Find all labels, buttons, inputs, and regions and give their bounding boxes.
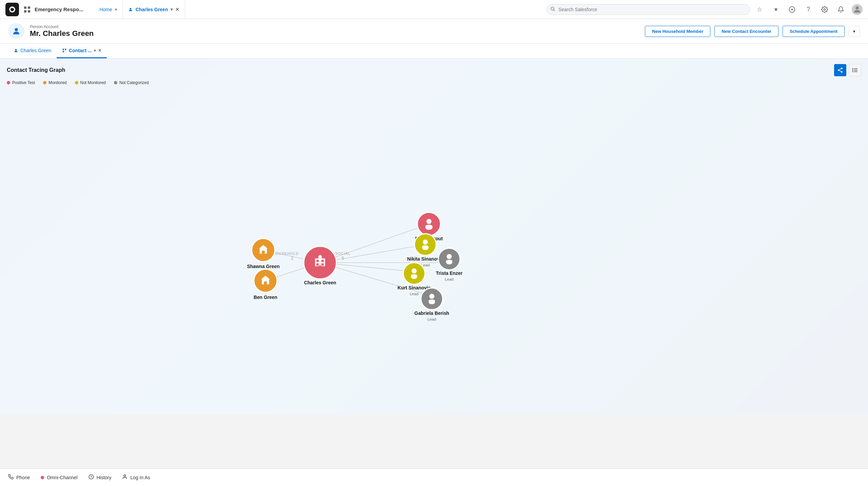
notifications-icon[interactable] [835, 4, 846, 15]
svg-point-38 [318, 255, 322, 259]
graph-header: Contact Tracing Graph [0, 59, 868, 79]
svg-rect-2 [11, 7, 14, 8]
nav-right-icons: ☆ ▾ ? [754, 4, 863, 15]
node-gabriela-berish[interactable]: Gabriela Berish Lead [414, 288, 449, 321]
svg-point-30 [853, 72, 853, 72]
svg-rect-37 [319, 266, 322, 268]
node-ben-green[interactable]: Ben Green [254, 269, 277, 300]
gabriela-label: Gabriela Berish [414, 310, 449, 316]
svg-line-23 [839, 70, 841, 72]
charles-label: Charles Green [304, 280, 336, 285]
node-trista-enzer[interactable]: Trista Enzer Lead [436, 248, 463, 281]
svg-point-22 [841, 71, 843, 73]
svg-point-58 [124, 475, 126, 477]
graph-actions [834, 64, 861, 76]
svg-point-15 [15, 28, 18, 31]
charles-tab-arrow[interactable]: ▾ [171, 7, 173, 12]
page-header-actions: New Household Member New Contact Encount… [645, 26, 860, 37]
legend-not-monitored: Not Monitored [75, 80, 106, 85]
not-monitored-label: Not Monitored [80, 80, 106, 85]
charles-tab-label: Charles Green [136, 7, 168, 12]
svg-rect-35 [316, 263, 318, 265]
sub-tab-charles-label: Charles Green [20, 48, 51, 53]
positive-test-label: Positive Test [12, 80, 35, 85]
node-charles-green[interactable]: Charles Green [304, 246, 336, 285]
new-household-button[interactable]: New Household Member [645, 26, 710, 37]
app-switcher-icon[interactable] [23, 5, 31, 14]
svg-point-29 [853, 70, 853, 70]
person-icon [122, 474, 127, 481]
not-monitored-dot [75, 81, 78, 84]
charles-tab[interactable]: Charles Green ▾ ✕ [123, 0, 185, 19]
svg-point-52 [412, 268, 417, 274]
search-input[interactable] [547, 4, 750, 15]
svg-rect-42 [262, 251, 265, 254]
omni-icon [41, 474, 44, 481]
social-edge-count: 5 [342, 256, 344, 261]
sub-tab-contact-tracing[interactable]: Contact ... ▾ ✕ [57, 44, 107, 58]
svg-point-54 [447, 254, 452, 259]
legend-not-categorized: Not Categorized [114, 80, 149, 85]
search-area [547, 4, 750, 15]
user-avatar[interactable] [852, 4, 863, 15]
sub-tabs: Charles Green Contact ... ▾ ✕ [0, 44, 868, 59]
graph-legend: Positive Test Monitored Not Monitored No… [0, 79, 868, 89]
login-as-label: Log In As [130, 475, 150, 480]
graph-area: HOUSEHOLD 2 SOCIAL 5 [0, 89, 868, 414]
svg-rect-46 [264, 281, 267, 284]
omni-channel-item[interactable]: Omni-Channel [41, 474, 77, 481]
login-as-item[interactable]: Log In As [122, 474, 150, 481]
sub-tab-contact-close[interactable]: ✕ [98, 48, 101, 53]
legend-positive-test: Positive Test [7, 80, 35, 85]
favorites-dropdown-icon[interactable]: ▾ [770, 4, 781, 15]
sub-tab-contact-icon [62, 48, 67, 53]
ben-label: Ben Green [254, 295, 277, 300]
bottom-bar: Phone Omni-Channel History Log In As [0, 468, 868, 486]
share-button[interactable] [834, 64, 846, 76]
app-name: Emergency Respo... [35, 6, 83, 12]
svg-rect-33 [316, 260, 318, 262]
new-contact-encounter-button[interactable]: New Contact Encounter [714, 26, 778, 37]
contact-graph-panel: Contact Tracing Graph Positive Test Moni… [0, 59, 868, 414]
list-view-button[interactable] [849, 64, 861, 76]
social-edge-label: SOCIAL [335, 251, 351, 256]
gabriela-sublabel: Lead [428, 317, 436, 321]
svg-point-14 [855, 6, 859, 9]
person-account-icon [128, 7, 133, 12]
home-tab[interactable]: Home ▾ [94, 0, 122, 19]
settings-icon[interactable] [819, 4, 830, 15]
app-logo[interactable] [5, 3, 19, 16]
schedule-appointment-button[interactable]: Schedule Appointment [783, 26, 845, 37]
shawna-label: Shawna Green [247, 264, 279, 269]
phone-item[interactable]: Phone [8, 474, 30, 481]
charles-tab-close[interactable]: ✕ [175, 7, 179, 12]
page-header-type: Person Account [30, 24, 645, 29]
sub-tab-charles-green[interactable]: Charles Green [8, 44, 57, 58]
trista-label: Trista Enzer [436, 270, 463, 276]
not-categorized-label: Not Categorized [119, 80, 149, 85]
history-item[interactable]: History [88, 474, 112, 481]
svg-rect-17 [63, 49, 64, 50]
actions-dropdown-button[interactable]: ▾ [849, 26, 860, 37]
svg-point-16 [15, 49, 17, 50]
not-categorized-dot [114, 81, 117, 84]
svg-rect-4 [28, 6, 30, 9]
favorites-icon[interactable]: ☆ [754, 4, 765, 15]
svg-point-8 [551, 7, 554, 10]
svg-rect-36 [321, 263, 323, 265]
app-switcher-area: Emergency Respo... [23, 5, 83, 14]
nav-tabs: Home ▾ Charles Green ▾ ✕ [94, 0, 542, 19]
page-header: Person Account Mr. Charles Green New Hou… [0, 19, 868, 44]
add-icon[interactable] [787, 4, 797, 15]
trista-sublabel: Lead [445, 277, 454, 281]
help-icon[interactable]: ? [803, 4, 814, 15]
svg-point-1 [11, 8, 14, 11]
svg-line-24 [839, 69, 841, 70]
node-shawna-green[interactable]: Shawna Green [247, 239, 279, 269]
sub-tab-person-icon [14, 48, 18, 53]
svg-point-56 [429, 294, 434, 299]
kurt-sublabel: Lead [410, 291, 418, 296]
svg-rect-3 [24, 6, 26, 9]
home-tab-arrow[interactable]: ▾ [115, 7, 117, 12]
sub-tab-contact-arrow[interactable]: ▾ [94, 48, 96, 53]
